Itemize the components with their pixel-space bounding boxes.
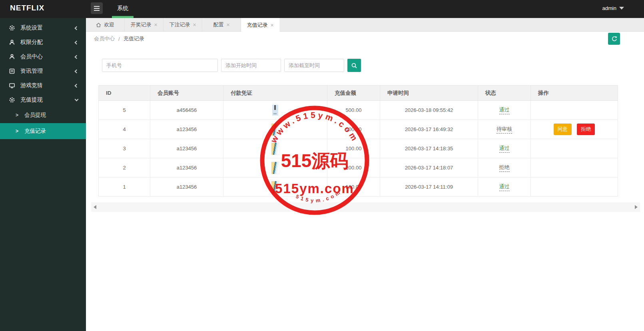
sidebar-item-permissions[interactable]: 权限分配 (0, 35, 86, 50)
approve-button[interactable]: 同意 (554, 124, 572, 135)
search-icon (351, 62, 357, 69)
table-row: 3 a123456 100.00 2026-03-17 14:18:35 通过 (99, 139, 618, 158)
sidebar-item-label: 权限分配 (20, 39, 75, 46)
horizontal-scrollbar[interactable] (91, 202, 640, 212)
topnav-item-system[interactable]: 系统 (112, 0, 134, 18)
voucher-thumbnail[interactable] (271, 143, 279, 155)
voucher-thumbnail[interactable] (271, 124, 279, 136)
voucher-thumbnail[interactable] (271, 181, 279, 193)
tab-config[interactable]: 配置 × (202, 18, 241, 32)
admin-app: NETFLIX 系统 admin 系统设置 权限分配 会员中心 (0, 0, 644, 331)
scroll-left-icon[interactable] (94, 205, 96, 209)
sidebar-item-member-center[interactable]: 会员中心 (0, 50, 86, 64)
sidebar-item-label: 系统设置 (20, 24, 75, 32)
chevron-left-icon (75, 26, 79, 30)
col-header-amount: 充值金额 (327, 86, 380, 101)
tabbar: 欢迎 开奖记录 × 下注记录 × 配置 × 充值记录 × (86, 18, 644, 32)
cell-amount: 200.00 (327, 158, 380, 177)
cell-voucher (223, 158, 327, 177)
sidebar-item-label: 充值提现 (20, 96, 75, 104)
tab-label: 配置 (213, 21, 223, 28)
tab-bet-records[interactable]: 下注记录 × (163, 18, 202, 32)
reject-button[interactable]: 拒绝 (577, 124, 595, 135)
cell-status: 通过 (478, 177, 531, 197)
arrow-right-icon: > (16, 128, 18, 134)
tab-welcome[interactable]: 欢迎 (86, 18, 125, 32)
cell-id: 1 (99, 177, 150, 197)
chevron-left-icon (75, 40, 79, 44)
breadcrumb-row: 会员中心 / 充值记录 (86, 32, 644, 46)
gear-icon (9, 97, 15, 103)
cell-id: 3 (99, 139, 150, 158)
status-badge: 待审核 (496, 126, 512, 134)
refresh-button[interactable] (608, 33, 620, 45)
cell-actions: 同意 拒绝 (531, 120, 618, 139)
cell-voucher (223, 139, 327, 158)
cell-apply-time: 2026-03-17 16:49:32 (380, 120, 478, 139)
sidebar-item-system-settings[interactable]: 系统设置 (0, 21, 86, 35)
tab-label: 下注记录 (169, 21, 190, 28)
phone-input[interactable] (102, 59, 218, 72)
cell-account: a456456 (150, 101, 223, 120)
sidebar-item-game[interactable]: 游戏竞猜 (0, 78, 86, 93)
breadcrumb: 会员中心 / 充值记录 (94, 32, 144, 46)
cell-id: 5 (99, 101, 150, 120)
close-icon[interactable]: × (193, 22, 196, 28)
table-row: 2 a123456 200.00 2026-03-17 14:18:07 拒绝 (99, 158, 618, 177)
table-row: 4 a123456 100.00 2026-03-17 16:49:32 待审核… (99, 120, 618, 139)
cell-status: 拒绝 (478, 158, 531, 177)
tab-lottery-records[interactable]: 开奖记录 × (125, 18, 163, 32)
cell-account: a123456 (150, 139, 223, 158)
breadcrumb-separator: / (118, 36, 120, 42)
news-icon (9, 68, 15, 74)
sidebar-toggle-button[interactable] (91, 2, 103, 14)
cell-apply-time: 2026-03-17 14:11:09 (380, 177, 478, 197)
active-nav-underline (112, 16, 134, 18)
sidebar-item-label: 资讯管理 (20, 68, 75, 75)
sidebar-subitem-recharge-records[interactable]: > 充值记录 (0, 123, 86, 139)
content-area: 欢迎 开奖记录 × 下注记录 × 配置 × 充值记录 × 会员中心 (86, 18, 644, 331)
tab-recharge-records[interactable]: 充值记录 × (241, 18, 280, 32)
home-icon (96, 22, 101, 28)
end-time-input[interactable] (284, 59, 344, 72)
sidebar-item-label: 游戏竞猜 (20, 82, 75, 89)
sidebar-subitem-label: 充值记录 (24, 128, 46, 135)
voucher-thumbnail[interactable] (272, 105, 278, 116)
status-badge: 通过 (499, 145, 510, 153)
start-time-input[interactable] (221, 59, 281, 72)
refresh-icon (611, 36, 618, 42)
col-header-id: ID (99, 86, 150, 101)
cell-id: 2 (99, 158, 150, 177)
user-menu[interactable]: admin (602, 0, 624, 16)
sidebar-subitem-member-withdraw[interactable]: > 会员提现 (0, 107, 86, 123)
close-icon[interactable]: × (226, 22, 229, 28)
user-badge-icon (9, 39, 15, 46)
filter-bar (102, 59, 361, 72)
recharge-table: ID 会员账号 付款凭证 充值金额 申请时间 状态 操作 5 a456456 (98, 85, 618, 197)
sidebar-item-news[interactable]: 资讯管理 (0, 64, 86, 78)
logo: NETFLIX (10, 0, 44, 16)
breadcrumb-current: 充值记录 (124, 35, 144, 42)
status-badge: 通过 (499, 183, 510, 191)
cell-account: a123456 (150, 120, 223, 139)
tab-label: 充值记录 (247, 22, 267, 29)
breadcrumb-parent[interactable]: 会员中心 (94, 35, 115, 42)
close-icon[interactable]: × (154, 22, 157, 28)
monitor-icon (9, 82, 15, 89)
chevron-down-icon (619, 7, 624, 10)
sidebar-item-recharge-withdraw[interactable]: 充值提现 (0, 93, 86, 107)
close-icon[interactable]: × (270, 22, 273, 28)
chevron-left-icon (75, 84, 79, 88)
cell-actions (531, 177, 618, 197)
col-header-status: 状态 (478, 86, 531, 101)
gear-icon (9, 25, 15, 31)
cell-amount: 100.00 (327, 177, 380, 197)
cell-id: 4 (99, 120, 150, 139)
search-button[interactable] (347, 59, 361, 72)
cell-actions (531, 101, 618, 120)
cell-actions (531, 139, 618, 158)
cell-actions (531, 158, 618, 177)
chevron-left-icon (75, 69, 79, 73)
voucher-thumbnail[interactable] (271, 162, 279, 174)
scroll-right-icon[interactable] (635, 205, 638, 209)
